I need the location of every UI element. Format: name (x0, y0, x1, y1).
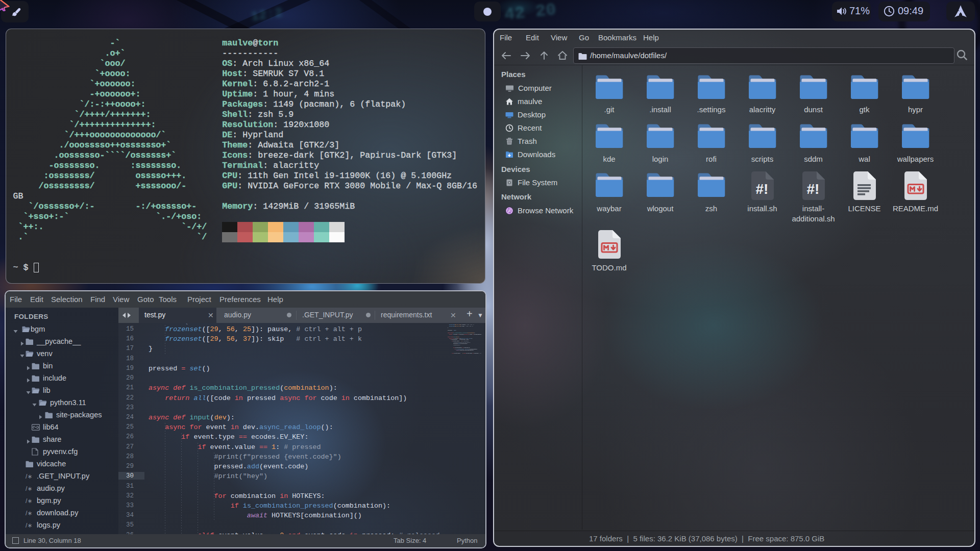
svg-text:#!: #! (755, 181, 768, 197)
svg-text:#!: #! (806, 181, 819, 197)
